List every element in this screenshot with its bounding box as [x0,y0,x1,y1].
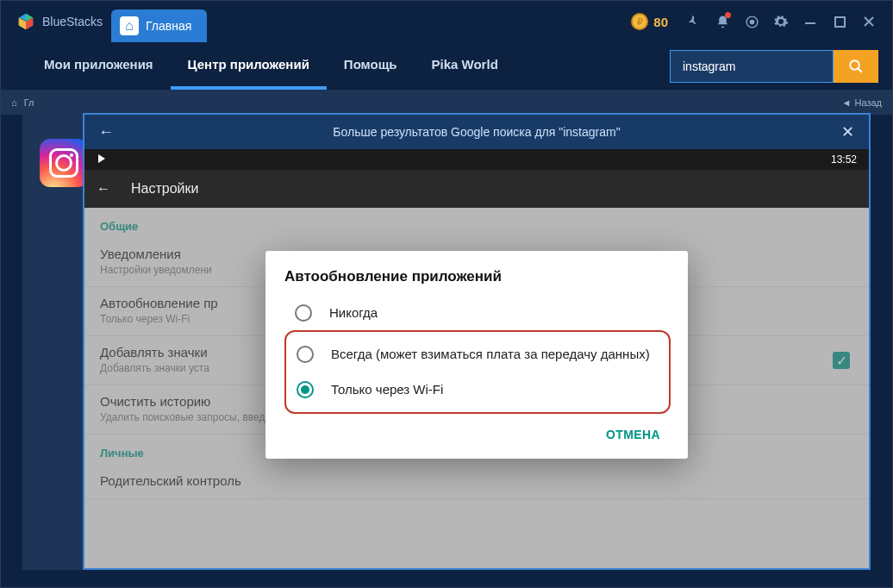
account-icon[interactable] [737,7,766,36]
settings-back-icon[interactable]: ← [97,181,110,197]
logo-text: BlueStacks [42,15,103,28]
nav-my-apps[interactable]: Мои приложения [27,42,171,90]
highlighted-options: Всегда (может взиматься плата за передач… [284,330,671,414]
android-status-bar: 13:52 [84,149,869,170]
close-button[interactable] [854,7,884,36]
bell-icon[interactable] [708,7,737,36]
titlebar: BlueStacks ⌂ Главная ₽ 80 [1,1,892,42]
home-icon: ⌂ [120,16,139,35]
settings-header: ← Настройки [84,170,869,208]
panel-header: ← Больше результатов Google поиска для "… [84,115,869,149]
play-store-icon [97,153,107,166]
search-bar [670,50,878,83]
dialog-scrim[interactable]: Автообновление приложений Никогда Всегда… [84,208,869,568]
breadcrumb-first[interactable]: Гл [24,97,34,108]
main-nav: Мои приложения Центр приложений Помощь P… [1,42,892,91]
radio-option-never[interactable]: Никогда [284,297,671,332]
gear-icon[interactable] [766,7,796,36]
search-results-panel: ← Больше результатов Google поиска для "… [83,113,871,570]
nav-help[interactable]: Помощь [327,42,415,90]
svg-rect-3 [835,17,845,27]
settings-body: Общие Уведомления Настройки уведомлени А… [84,208,869,568]
radio-option-wifi-only[interactable]: Только через Wi-Fi [291,372,664,407]
breadcrumb-back[interactable]: ◄ Назад [842,97,882,108]
pin-icon[interactable] [678,7,708,36]
back-arrow-icon: ◄ [842,97,852,108]
coin-icon: ₽ [631,13,648,30]
maximize-button[interactable] [825,7,854,36]
dialog-actions: ОТМЕНА [284,414,671,454]
radio-button-selected[interactable] [297,381,314,398]
instagram-app-icon[interactable] [40,139,88,187]
minimize-button[interactable] [796,7,825,36]
bluestacks-logo-icon [16,12,35,31]
settings-title: Настройки [131,181,198,197]
panel-back-icon[interactable]: ← [93,123,119,141]
panel-title: Больше результатов Google поиска для "in… [119,125,834,139]
svg-point-1 [750,20,753,23]
tab-home[interactable]: ⌂ Главная [111,9,207,42]
search-button[interactable] [834,50,878,83]
panel-close-icon[interactable]: ✕ [834,122,860,141]
auto-update-dialog: Автообновление приложений Никогда Всегда… [265,251,688,459]
dialog-title: Автообновление приложений [284,268,671,285]
radio-option-always[interactable]: Всегда (может взиматься плата за передач… [291,337,664,372]
coins-display[interactable]: ₽ 80 [631,13,668,30]
dialog-cancel-button[interactable]: ОТМЕНА [599,422,667,447]
nav-app-center[interactable]: Центр приложений [171,42,327,90]
breadcrumb-home-icon[interactable]: ⌂ [11,97,17,108]
content-area: ← Больше результатов Google поиска для "… [22,113,871,570]
breadcrumb: ⌂ Гл ◄ Назад [1,91,892,115]
svg-line-7 [858,68,862,72]
search-input[interactable] [670,50,834,83]
svg-point-6 [850,60,859,70]
radio-button[interactable] [297,346,314,363]
radio-button[interactable] [295,304,312,322]
app-window: BlueStacks ⌂ Главная ₽ 80 Мои приложения… [0,0,893,588]
status-time: 13:52 [831,153,857,166]
nav-pika-world[interactable]: Pika World [415,42,515,90]
